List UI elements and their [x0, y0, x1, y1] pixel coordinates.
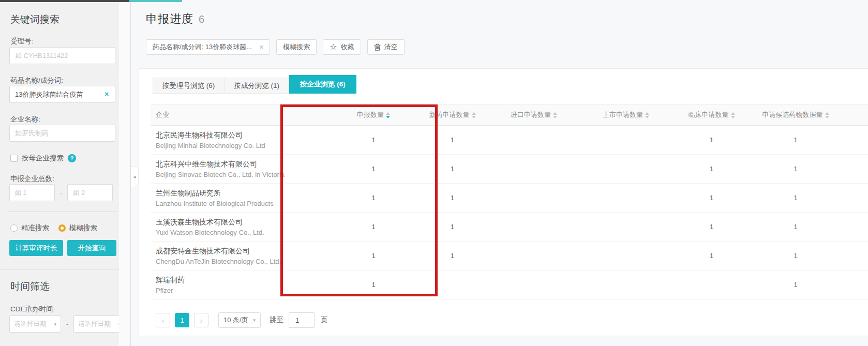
table-row: 玉溪沃森生物技术有限公司 Yuxi Watson Biotechnology C…	[151, 213, 868, 242]
range-separator: -	[60, 189, 62, 197]
col-candidate-count[interactable]: 申请候选药物数据量	[746, 104, 845, 126]
fuzzy-search-radio[interactable]	[58, 224, 66, 232]
col-overflow	[845, 104, 868, 126]
tab-by-company[interactable]: 按企业浏览 (6)	[289, 75, 356, 94]
results-card: 按受理号浏览 (6) 按成分浏览 (1) 按企业浏览 (6) 企业 申报数量 新…	[139, 68, 868, 336]
company-name-input[interactable]	[9, 125, 115, 142]
fuzzy-search-button[interactable]: 模糊搜索	[276, 39, 317, 55]
page-unit-label: 页	[321, 315, 328, 325]
table-row: 成都安特金生物技术有限公司 ChengDu AnTeJin Biotechnol…	[151, 242, 868, 270]
company-cell: 辉瑞制药 Pfizer	[151, 270, 335, 299]
pagination: ‹ 1 › 10 条/页 ▾ 跳至 页	[156, 312, 328, 328]
sort-icon[interactable]	[386, 112, 390, 118]
help-icon[interactable]: ?	[68, 154, 76, 162]
date-end-select[interactable]: 请选择日期 ▾	[73, 315, 125, 333]
favorite-button[interactable]: ☆ 收藏	[323, 39, 361, 55]
acceptance-no-label: 受理号:	[10, 37, 33, 46]
jump-to-label: 跳至	[270, 315, 283, 325]
sidebar-gutter	[119, 0, 131, 346]
app-screen: 关键词搜索 受理号: 药品名称/成分词: × 企业名称: 按母企业搜索 ? 申报…	[0, 0, 868, 346]
total-companies-range: -	[9, 184, 113, 201]
result-count: 6	[199, 13, 204, 25]
table-row: 辉瑞制药 Pfizer 1 1	[151, 270, 868, 299]
sort-icon[interactable]	[731, 112, 735, 118]
page-title-row: 申报进度 6	[146, 11, 204, 27]
jump-page-input[interactable]	[289, 312, 315, 328]
date-range-separator: -	[66, 320, 68, 328]
drug-name-label: 药品名称/成分词:	[10, 76, 63, 85]
chevron-down-icon: ▾	[54, 322, 56, 327]
sort-icon[interactable]	[645, 112, 649, 118]
top-strip-teal	[129, 0, 182, 2]
parent-company-checkbox[interactable]	[10, 155, 18, 162]
acceptance-no-input[interactable]	[9, 47, 115, 64]
cde-date-label: CDE承办时间:	[10, 305, 55, 314]
drug-name-input[interactable]	[9, 86, 115, 103]
col-market-count[interactable]: 上市申请数量	[575, 104, 677, 126]
col-clinical-count[interactable]: 临床申请数量	[677, 104, 746, 126]
filter-chip: 药品名称/成分词: 13价肺炎球菌... ×	[146, 39, 270, 55]
sort-icon[interactable]	[553, 112, 557, 118]
company-cell: 玉溪沃森生物技术有限公司 Yuxi Watson Biotechnology C…	[151, 213, 335, 242]
company-cell: 兰州生物制品研究所 Lanzhou Institute of Biologica…	[151, 184, 335, 213]
company-cell: 北京民海生物科技有限公司 Beijing Minhai Biotechnolog…	[151, 126, 335, 155]
sidebar-keyword-title: 关键词搜索	[10, 13, 59, 26]
search-sidebar: 关键词搜索 受理号: 药品名称/成分词: × 企业名称: 按母企业搜索 ? 申报…	[0, 0, 119, 346]
chevron-right-icon: ›	[200, 316, 203, 325]
sort-icon[interactable]	[825, 112, 829, 118]
company-table-wrap: 企业 申报数量 新药申请数量 进口申请数量 上市申请数量 临床申请数量 申请候选…	[151, 104, 868, 299]
dashed-divider	[8, 212, 117, 212]
date-start-select[interactable]: 请选择日期 ▾	[9, 315, 61, 333]
company-cell: 北京科兴中维生物技术有限公司 Beijing Sinovac Biotech C…	[151, 155, 335, 184]
view-tabs: 按受理号浏览 (6) 按成分浏览 (1) 按企业浏览 (6)	[153, 75, 356, 94]
table-header-row: 企业 申报数量 新药申请数量 进口申请数量 上市申请数量 临床申请数量 申请候选…	[151, 104, 868, 126]
company-name-label: 企业名称:	[10, 115, 40, 124]
fuzzy-search-label: 模糊搜索	[69, 223, 97, 233]
fuzzy-search-button-label: 模糊搜索	[283, 42, 310, 52]
current-page-button[interactable]: 1	[175, 313, 189, 327]
cde-date-range: 请选择日期 ▾ - 请选择日期 ▾	[9, 315, 125, 333]
chevron-left-icon: ‹	[162, 316, 164, 325]
clear-input-icon[interactable]: ×	[104, 90, 109, 98]
total-max-input[interactable]	[67, 184, 113, 201]
table-row: 北京民海生物科技有限公司 Beijing Minhai Biotechnolog…	[151, 126, 868, 155]
collapse-left-icon: ◄	[132, 175, 137, 179]
clear-button-label: 清空	[384, 42, 398, 52]
total-min-input[interactable]	[9, 184, 55, 201]
favorite-button-label: 收藏	[341, 42, 354, 52]
page-size-value: 10 条/页	[223, 315, 248, 325]
page-title: 申报进度	[146, 11, 193, 27]
col-company: 企业	[151, 104, 335, 126]
date-end-placeholder: 请选择日期	[78, 320, 111, 328]
calc-review-time-button[interactable]: 计算审评时长	[9, 240, 63, 256]
parent-company-search-row: 按母企业搜索 ?	[10, 154, 76, 163]
tab-by-ingredient[interactable]: 按成分浏览 (1)	[225, 78, 289, 94]
parent-company-checkbox-label: 按母企业搜索	[22, 154, 64, 163]
sort-icon[interactable]	[472, 112, 476, 118]
col-new-drug-count[interactable]: 新药申请数量	[412, 104, 492, 126]
main-content: 申报进度 6 药品名称/成分词: 13价肺炎球菌... × 模糊搜索 ☆ 收藏	[131, 0, 868, 346]
time-filter-title: 时间筛选	[10, 280, 50, 293]
table-row: 兰州生物制品研究所 Lanzhou Institute of Biologica…	[151, 184, 868, 213]
star-icon: ☆	[330, 43, 337, 51]
prev-page-button[interactable]: ‹	[156, 313, 170, 327]
company-cell: 成都安特金生物技术有限公司 ChengDu AnTeJin Biotechnol…	[151, 242, 335, 270]
top-strip-dark	[0, 0, 129, 2]
col-import-count[interactable]: 进口申请数量	[492, 104, 575, 126]
exact-search-radio[interactable]	[10, 224, 18, 232]
trash-icon	[374, 43, 381, 51]
search-mode-radios: 精准搜索 模糊搜索	[10, 223, 107, 233]
sidebar-collapse-handle[interactable]: ◄	[131, 167, 139, 187]
filter-chip-text: 药品名称/成分词: 13价肺炎球菌...	[153, 42, 252, 52]
page-size-select[interactable]: 10 条/页 ▾	[218, 312, 261, 328]
next-page-button[interactable]: ›	[194, 313, 208, 327]
company-table: 企业 申报数量 新药申请数量 进口申请数量 上市申请数量 临床申请数量 申请候选…	[151, 104, 868, 299]
tab-by-acceptance-no[interactable]: 按受理号浏览 (6)	[153, 78, 225, 94]
chip-close-icon[interactable]: ×	[259, 43, 263, 51]
start-query-button[interactable]: 开始查询	[67, 240, 116, 256]
chevron-down-icon: ▾	[253, 318, 256, 323]
clear-button[interactable]: 清空	[367, 39, 405, 55]
col-declared-count[interactable]: 申报数量	[335, 104, 412, 126]
total-companies-label: 申报企业总数:	[10, 174, 54, 184]
date-start-placeholder: 请选择日期	[14, 320, 47, 328]
